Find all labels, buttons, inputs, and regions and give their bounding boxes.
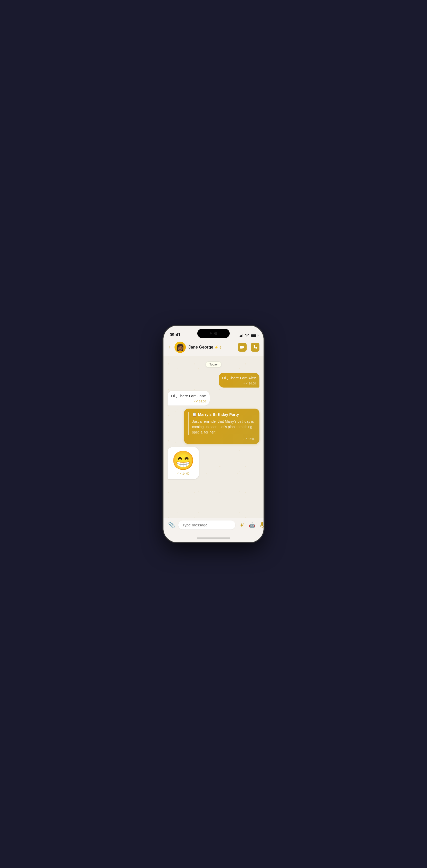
- received-message-bubble: Hi , There I am Jane ✓✓ 14:00: [167, 391, 210, 405]
- svg-rect-0: [240, 346, 243, 348]
- quote-meta: ✓✓ 14:00: [188, 437, 255, 440]
- home-bar: [197, 537, 230, 539]
- streak-count: 5: [219, 345, 221, 349]
- chat-area[interactable]: Today Hi , There I am Alex ✓✓ 14:00 Hi ,…: [163, 356, 264, 518]
- message-time: 14:00: [248, 437, 255, 440]
- chat-header: ‹ 👩🏾 Jane George ⚡ 5: [163, 340, 264, 356]
- message-row: 😁 ✓✓ 14:00: [167, 447, 260, 479]
- signal-bar-3: [241, 335, 242, 337]
- check-marks: ✓✓: [177, 472, 182, 475]
- video-call-button[interactable]: [238, 343, 247, 352]
- dynamic-island: [197, 329, 230, 338]
- signal-bar-1: [239, 336, 239, 337]
- front-camera: [214, 332, 217, 335]
- check-marks: ✓✓: [243, 437, 247, 440]
- sticker-bubble: 😁 ✓✓ 14:00: [167, 447, 199, 479]
- message-time: 14:00: [199, 400, 206, 403]
- battery-fill: [251, 334, 256, 337]
- check-marks: ✓✓: [243, 382, 248, 385]
- input-bar: 📎 🤖: [163, 518, 264, 534]
- message-text: Hi , There I am Alex: [222, 375, 256, 381]
- date-label: Today: [206, 361, 221, 368]
- message-meta: ✓✓ 14:00: [171, 400, 206, 403]
- input-actions: 🤖: [238, 521, 264, 529]
- paperclip-icon: 📎: [168, 522, 175, 528]
- message-input[interactable]: [178, 521, 235, 529]
- bot-icon: 🤖: [249, 522, 255, 528]
- message-row: 📋 Marry's Birthday Party Just a reminder…: [167, 409, 260, 444]
- quote-border: 📋 Marry's Birthday Party Just a reminder…: [188, 412, 255, 435]
- attach-button[interactable]: 📎: [167, 521, 176, 529]
- signal-bars: [239, 334, 243, 337]
- home-indicator: [163, 534, 264, 542]
- header-actions: [238, 343, 260, 352]
- sticker-emoji: 😁: [172, 451, 195, 470]
- contact-name: Jane George ⚡ 5: [188, 345, 235, 349]
- quote-title: 📋 Marry's Birthday Party: [192, 412, 255, 417]
- quote-body: Just a reminder that Marry's birthday is…: [192, 419, 255, 435]
- sent-message-bubble: Hi , There I am Alex ✓✓ 14:00: [219, 373, 260, 388]
- phone-call-button[interactable]: [251, 343, 260, 352]
- ai-sparkle-button[interactable]: [238, 521, 246, 529]
- sticker-time: 14:00: [182, 472, 190, 475]
- avatar-emoji: 👩🏾: [176, 344, 184, 350]
- mic-button[interactable]: [258, 521, 264, 529]
- phone-frame: 09:41: [163, 326, 264, 542]
- battery-icon: [251, 334, 257, 337]
- message-meta: ✓✓ 14:00: [222, 382, 256, 385]
- signal-bar-4: [243, 334, 243, 337]
- face-id-sensor: [210, 332, 212, 334]
- quote-bubble: 📋 Marry's Birthday Party Just a reminder…: [184, 409, 260, 444]
- phone-screen: 09:41: [163, 326, 264, 542]
- contact-avatar[interactable]: 👩🏾: [175, 342, 186, 353]
- back-button[interactable]: ‹: [167, 343, 172, 352]
- wifi-icon: [245, 333, 249, 338]
- contact-info: Jane George ⚡ 5: [188, 345, 235, 349]
- bot-button[interactable]: 🤖: [248, 521, 256, 529]
- status-time: 09:41: [170, 332, 180, 338]
- message-row: Hi , There I am Jane ✓✓ 14:00: [167, 391, 260, 405]
- svg-rect-2: [261, 522, 263, 526]
- check-marks: ✓✓: [193, 400, 198, 403]
- lightning-icon: ⚡: [214, 345, 218, 349]
- signal-bar-2: [240, 336, 241, 337]
- message-row: [167, 482, 260, 518]
- status-icons: [239, 333, 257, 338]
- message-text: Hi , There I am Jane: [171, 393, 206, 399]
- date-divider: Today: [167, 361, 260, 368]
- message-time: 14:00: [249, 382, 256, 385]
- sticker-meta: ✓✓ 14:00: [177, 472, 190, 475]
- message-row: Hi , There I am Alex ✓✓ 14:00: [167, 373, 260, 388]
